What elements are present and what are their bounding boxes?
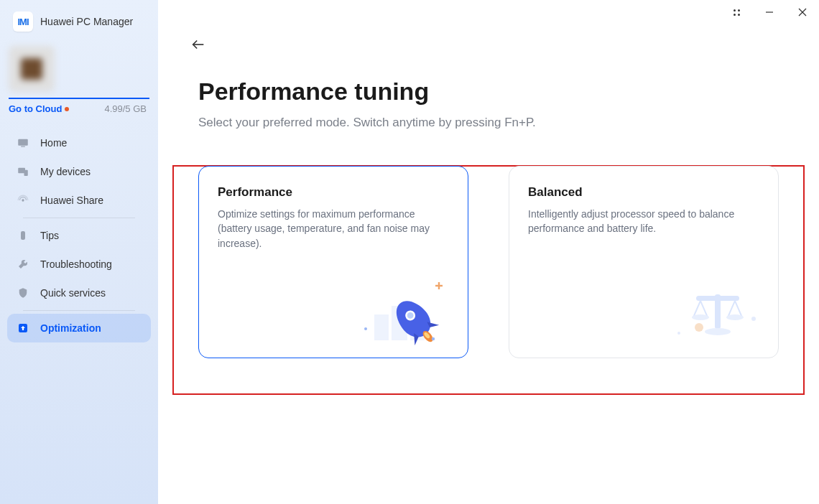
avatar[interactable]	[9, 46, 55, 92]
svg-rect-25	[696, 296, 739, 301]
svg-rect-12	[374, 314, 389, 340]
minimize-icon	[765, 8, 774, 17]
sidebar-item-label: Optimization	[40, 322, 101, 334]
card-title: Balanced	[528, 185, 759, 200]
sidebar-item-label: Troubleshooting	[40, 258, 112, 270]
sidebar: IMI Huawei PC Manager Go to Cloud 4.99/5…	[0, 0, 158, 504]
rocket-illustration	[361, 281, 455, 346]
sidebar-item-home[interactable]: Home	[7, 129, 151, 157]
monitor-icon	[16, 136, 30, 150]
mode-card-performance[interactable]: PerformanceOptimize settings for maximum…	[198, 166, 468, 358]
app-title: Huawei PC Manager	[40, 16, 133, 27]
arrowup-icon	[16, 321, 30, 335]
cloud-progress-bar	[9, 98, 149, 99]
svg-point-26	[692, 314, 709, 320]
sidebar-item-quick-services[interactable]: Quick services	[7, 279, 151, 307]
sidebar-item-optimization[interactable]: Optimization	[7, 314, 151, 342]
sidebar-item-huawei-share[interactable]: Huawei Share	[7, 186, 151, 215]
minimize-button[interactable]	[753, 0, 786, 24]
svg-rect-3	[24, 170, 28, 176]
wrench-icon	[16, 257, 30, 271]
sidebar-item-label: Quick services	[40, 287, 106, 299]
app-logo-text: IMI	[17, 17, 28, 27]
app-header: IMI Huawei PC Manager	[0, 0, 158, 42]
card-title: Performance	[218, 185, 449, 200]
svg-point-29	[751, 317, 756, 321]
card-description: Optimize settings for maximum performanc…	[218, 207, 449, 251]
page-subtitle: Select your preferred mode. Switch anyti…	[198, 116, 779, 130]
shield-icon	[16, 286, 30, 300]
mode-card-balanced[interactable]: BalancedIntelligently adjust processor s…	[509, 166, 779, 358]
titlebar	[720, 0, 819, 24]
svg-point-11	[364, 327, 367, 330]
app-logo: IMI	[13, 11, 33, 32]
notification-dot-icon	[65, 107, 69, 111]
sidebar-item-label: Tips	[40, 230, 59, 241]
svg-point-22	[677, 332, 680, 335]
sidebar-item-label: Huawei Share	[40, 195, 103, 206]
svg-rect-16	[435, 285, 443, 286]
sidebar-item-label: My devices	[40, 166, 91, 177]
account-block: Go to Cloud 4.99/5 GB	[0, 42, 158, 124]
sidebar-item-my-devices[interactable]: My devices	[7, 157, 151, 186]
devices-icon	[16, 164, 30, 179]
svg-rect-1	[21, 146, 25, 147]
close-icon	[798, 8, 807, 17]
go-to-cloud-link[interactable]: Go to Cloud	[9, 103, 69, 114]
svg-point-23	[695, 323, 703, 332]
arrow-left-icon	[190, 37, 206, 52]
svg-point-21	[432, 337, 435, 340]
svg-point-27	[726, 314, 744, 320]
sidebar-item-tips[interactable]: Tips	[7, 221, 151, 250]
mode-cards: PerformanceOptimize settings for maximum…	[158, 130, 819, 358]
svg-point-28	[705, 328, 731, 335]
nav-divider	[23, 310, 135, 311]
menu-dots-icon	[734, 9, 740, 16]
cloud-link-label: Go to Cloud	[9, 103, 62, 114]
page-title: Performance tuning	[198, 78, 779, 106]
info-icon	[16, 228, 30, 243]
svg-rect-5	[21, 231, 25, 240]
svg-rect-0	[18, 139, 28, 146]
menu-button[interactable]	[720, 0, 753, 24]
scale-illustration	[672, 281, 765, 346]
card-description: Intelligently adjust processor speed to …	[528, 207, 759, 236]
cloud-usage: 4.99/5 GB	[104, 103, 147, 114]
sidebar-item-label: Home	[40, 137, 67, 149]
close-button[interactable]	[786, 0, 819, 24]
svg-point-4	[22, 199, 24, 201]
main: Performance tuning Select your preferred…	[158, 0, 819, 504]
sidebar-item-troubleshooting[interactable]: Troubleshooting	[7, 250, 151, 279]
sidebar-nav: HomeMy devicesHuawei ShareTipsTroublesho…	[0, 124, 158, 347]
share-icon	[16, 193, 30, 207]
cloud-row: Go to Cloud 4.99/5 GB	[9, 103, 149, 124]
nav-divider	[23, 218, 135, 218]
back-button[interactable]	[187, 33, 210, 56]
